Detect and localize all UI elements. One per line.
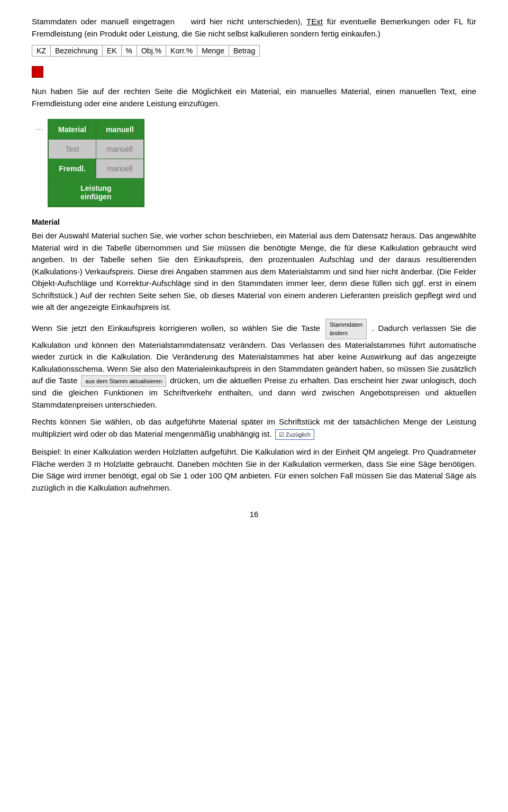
percent-col: % bbox=[121, 45, 137, 57]
stammdaten-aendern-button[interactable]: Stammdatenändern bbox=[325, 319, 367, 339]
ellipsis-col: … bbox=[32, 119, 48, 207]
insert-grid-table: Material manuell Text manuell Fremdl. bbox=[48, 119, 144, 207]
ek-col: EK bbox=[102, 45, 121, 57]
material-para3: Rechts können Sie wählen, ob das aufgefü… bbox=[32, 416, 476, 440]
kz-col: KZ bbox=[32, 45, 51, 57]
material-para2: Wenn Sie jetzt den Einkaufspreis korrigi… bbox=[32, 319, 476, 411]
text-manuell-button[interactable]: manuell bbox=[96, 140, 143, 159]
material-para4: Beispiel: In einer Kalkulation werden Ho… bbox=[32, 446, 476, 494]
material-para3-pre: Rechts können Sie wählen, ob das aufgefü… bbox=[32, 417, 476, 438]
korr-col: Korr.% bbox=[166, 45, 197, 57]
material-right-cell[interactable]: manuell bbox=[96, 119, 143, 140]
menge-col: Menge bbox=[197, 45, 229, 57]
page-number: 16 bbox=[32, 510, 476, 519]
text-button[interactable]: Text bbox=[49, 140, 96, 159]
fremdl-right-cell[interactable]: manuell bbox=[96, 159, 143, 179]
grid-row-material: Material manuell bbox=[48, 119, 144, 140]
material-heading: Material bbox=[32, 217, 476, 228]
betrag-col: Betrag bbox=[229, 45, 259, 57]
text-right-cell[interactable]: manuell bbox=[96, 140, 143, 159]
intro-para2: Nun haben Sie auf der rechten Seite die … bbox=[32, 86, 476, 109]
leistung-einfuegen-button[interactable]: Leistungeinfügen bbox=[49, 179, 143, 206]
obj-col: Obj.% bbox=[137, 45, 166, 57]
fremdl-button[interactable]: Fremdl. bbox=[49, 159, 96, 178]
fremdl-left-cell[interactable]: Fremdl. bbox=[48, 159, 96, 179]
kz-header-table: KZ Bezeichnung EK % Obj.% Korr.% Menge B… bbox=[32, 45, 260, 57]
red-indicator-row bbox=[32, 66, 476, 79]
material-manuell-button[interactable]: manuell bbox=[96, 120, 143, 139]
grid-row-leistung: Leistungeinfügen bbox=[48, 179, 144, 207]
bezeichnung-col: Bezeichnung bbox=[50, 45, 102, 57]
material-left-cell[interactable]: Material bbox=[48, 119, 96, 140]
material-para1: Bei der Auswahl Material suchen Sie, wie… bbox=[32, 230, 476, 313]
grid-row-fremdl: Fremdl. manuell bbox=[48, 159, 144, 179]
fremdl-manuell-button[interactable]: manuell bbox=[96, 159, 143, 178]
zuzueglich-checkbox[interactable]: ☑ Zuzüglich bbox=[275, 429, 314, 440]
text-left-cell[interactable]: Text bbox=[48, 140, 96, 159]
material-para2-pre: Wenn Sie jetzt den Einkaufspreis korrigi… bbox=[32, 324, 320, 333]
aus-dem-stamm-button[interactable]: aus dem Stamm aktualisieren bbox=[81, 375, 166, 387]
intro-para1: Stammdaten oder manuell eingetragen wird… bbox=[32, 16, 476, 40]
insert-grid-wrapper: … Material manuell Text manuell bbox=[32, 119, 476, 207]
leistung-cell[interactable]: Leistungeinfügen bbox=[48, 179, 144, 207]
text-underline: TExt bbox=[306, 17, 323, 26]
grid-row-text: Text manuell bbox=[48, 140, 144, 159]
page-content: Stammdaten oder manuell eingetragen wird… bbox=[32, 16, 476, 519]
red-box-indicator bbox=[32, 66, 43, 78]
material-button[interactable]: Material bbox=[49, 120, 96, 139]
